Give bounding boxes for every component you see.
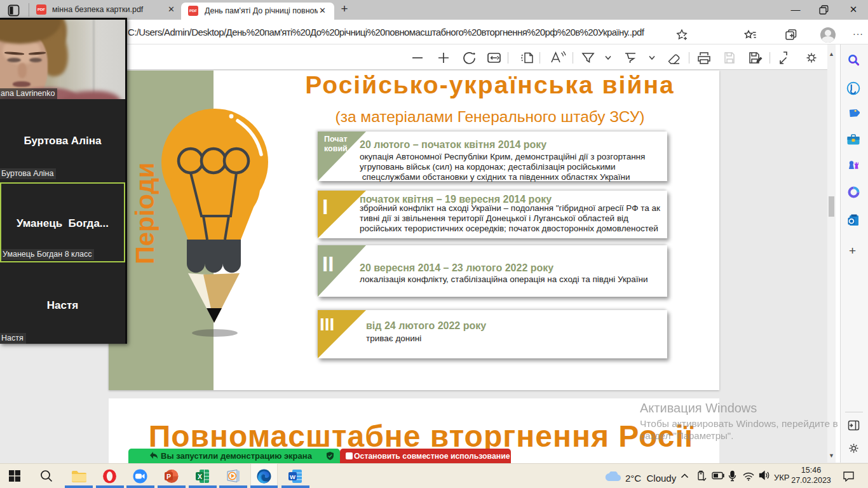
svg-text:X: X bbox=[198, 473, 202, 480]
svg-text:P: P bbox=[166, 473, 171, 480]
svg-text:W: W bbox=[290, 473, 295, 480]
